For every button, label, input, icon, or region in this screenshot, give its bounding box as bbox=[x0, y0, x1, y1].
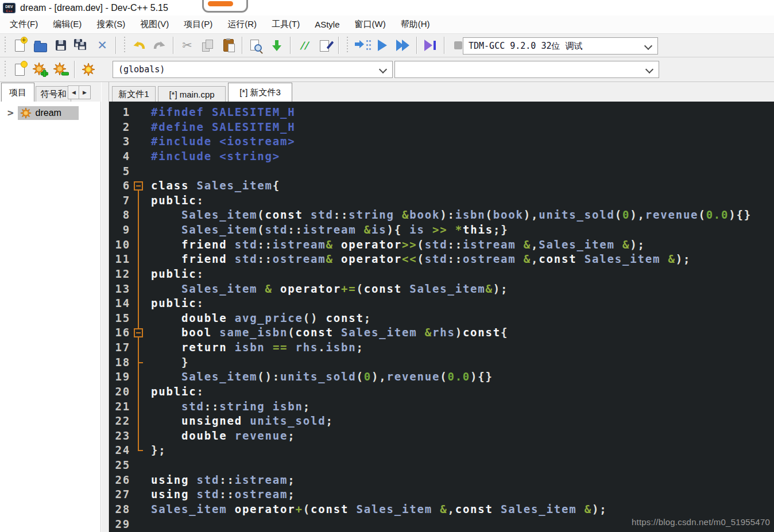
open-button[interactable] bbox=[30, 35, 51, 56]
code-line[interactable]: 28Sales_item operator+(const Sales_item … bbox=[110, 502, 774, 517]
expand-chevron-icon[interactable]: > bbox=[7, 109, 14, 118]
tree-item-dream[interactable]: > dream bbox=[7, 106, 100, 120]
sidebar-tab-0[interactable]: 项目 bbox=[1, 83, 34, 102]
code-line[interactable]: 4#include <string> bbox=[110, 149, 774, 164]
fold-toggle-icon[interactable] bbox=[133, 325, 144, 340]
menu-item-2[interactable]: 搜索(S) bbox=[89, 17, 133, 32]
toolbar-grip[interactable] bbox=[3, 61, 7, 78]
menu-item-6[interactable]: 工具(T) bbox=[264, 17, 307, 32]
code-line[interactable]: 8 Sales_item(const std::string &book):is… bbox=[110, 208, 774, 223]
menu-item-1[interactable]: 编辑(E) bbox=[45, 17, 89, 32]
add-to-project-button[interactable] bbox=[30, 59, 51, 80]
code-line[interactable]: 1#ifndef SALESITEM_H bbox=[110, 105, 774, 120]
tab-scroll-left-button[interactable]: ◀ bbox=[68, 86, 80, 99]
code-line[interactable]: 3#include <iostream> bbox=[110, 134, 774, 149]
menu-item-3[interactable]: 视图(V) bbox=[133, 17, 176, 32]
code-line[interactable]: 23 double revenue; bbox=[110, 429, 774, 444]
line-number: 18 bbox=[110, 355, 133, 370]
code-line[interactable]: 10 friend std::istream& operator>>(std::… bbox=[110, 238, 774, 253]
code-line[interactable]: 16 bool same_isbn(const Sales_item &rhs)… bbox=[110, 325, 774, 340]
code-line[interactable]: 15 double avg_price() const; bbox=[110, 311, 774, 326]
compiler-profile-select[interactable]: TDM-GCC 9.2.0 32位 调试 bbox=[463, 37, 658, 55]
fold-gutter bbox=[133, 193, 144, 208]
undo-button[interactable] bbox=[129, 35, 149, 56]
code-line[interactable]: 5 bbox=[110, 164, 774, 179]
debug-play-icon bbox=[424, 40, 437, 51]
close-icon: ✕ bbox=[97, 40, 107, 52]
sidebar-tab-1[interactable]: 符号和 bbox=[36, 86, 71, 102]
code-line[interactable]: 6class Sales_item{ bbox=[110, 178, 774, 193]
code-line[interactable]: 27using std::ostream; bbox=[110, 487, 774, 502]
menu-item-5[interactable]: 运行(R) bbox=[220, 17, 264, 32]
run-button[interactable] bbox=[372, 35, 393, 56]
cut-button[interactable]: ✂ bbox=[177, 35, 198, 56]
compile-and-run-button[interactable] bbox=[393, 35, 413, 56]
member-scope-select[interactable] bbox=[394, 61, 659, 78]
format-button[interactable] bbox=[315, 35, 335, 56]
paste-button[interactable] bbox=[218, 35, 239, 56]
line-number: 11 bbox=[110, 252, 133, 267]
fold-gutter bbox=[133, 267, 144, 282]
edit-page-icon bbox=[319, 40, 331, 51]
editor-tab-1[interactable]: [*] main.cpp bbox=[158, 86, 226, 102]
editor-tab-2[interactable]: [*] 新文件3 bbox=[228, 83, 292, 102]
code-line[interactable]: 14public: bbox=[110, 296, 774, 311]
code-text: return isbn == rhs.isbn; bbox=[144, 340, 364, 355]
close-file-button[interactable]: ✕ bbox=[92, 35, 113, 56]
save-button[interactable] bbox=[51, 35, 71, 56]
code-line[interactable]: 21 std::string isbn; bbox=[110, 399, 774, 414]
code-line[interactable]: 12public: bbox=[110, 267, 774, 282]
code-line[interactable]: 13 Sales_item & operator+=(const Sales_i… bbox=[110, 282, 774, 297]
compile-button[interactable] bbox=[351, 35, 372, 56]
menu-item-8[interactable]: 窗口(W) bbox=[347, 17, 393, 32]
class-browser-scope-select[interactable]: (globals) bbox=[113, 61, 393, 78]
code-line[interactable]: 2#define SALESITEM_H bbox=[110, 120, 774, 135]
code-line[interactable]: 11 friend std::ostream& operator<<(std::… bbox=[110, 252, 774, 267]
code-text: }; bbox=[144, 443, 166, 458]
tree-item-selection[interactable]: dream bbox=[18, 106, 79, 120]
code-line[interactable]: 18 } bbox=[110, 355, 774, 370]
code-line[interactable]: 7public: bbox=[110, 193, 774, 208]
project-gear-icon bbox=[81, 63, 96, 76]
copy-button[interactable] bbox=[198, 35, 218, 56]
code-line[interactable]: 9 Sales_item(std::istream &is){ is >> *t… bbox=[110, 223, 774, 238]
editor-tab-0[interactable]: 新文件1 bbox=[112, 86, 156, 102]
comment-button[interactable]: // bbox=[294, 35, 315, 56]
code-line[interactable]: 25 bbox=[110, 458, 774, 473]
remove-from-project-button[interactable] bbox=[51, 59, 71, 80]
line-number: 9 bbox=[110, 223, 133, 238]
code-line[interactable]: 17 return isbn == rhs.isbn; bbox=[110, 340, 774, 355]
code-editor[interactable]: 1#ifndef SALESITEM_H2#define SALESITEM_H… bbox=[109, 102, 774, 532]
replace-button[interactable] bbox=[266, 35, 287, 56]
code-line[interactable]: 20public: bbox=[110, 385, 774, 399]
code-line[interactable]: 22 unsigned units_sold; bbox=[110, 414, 774, 429]
code-line[interactable]: 24}; bbox=[110, 443, 774, 458]
menu-item-7[interactable]: AStyle bbox=[307, 17, 347, 32]
pane-splitter[interactable] bbox=[101, 82, 109, 532]
menu-item-0[interactable]: 文件(F) bbox=[2, 17, 45, 32]
new-file-icon: + bbox=[15, 40, 25, 52]
toolbar-grip[interactable] bbox=[3, 37, 7, 54]
toolbar-grip[interactable] bbox=[122, 37, 127, 54]
find-button[interactable] bbox=[246, 35, 266, 56]
new-file-button[interactable]: + bbox=[9, 35, 30, 56]
debug-run-button[interactable] bbox=[420, 35, 441, 56]
line-number: 25 bbox=[110, 458, 133, 473]
menu-item-4[interactable]: 项目(P) bbox=[176, 17, 220, 32]
save-all-button[interactable] bbox=[71, 35, 92, 56]
tab-scroll-right-button[interactable]: ▶ bbox=[79, 86, 91, 99]
fold-toggle-icon[interactable] bbox=[133, 178, 144, 193]
new-unit-button[interactable] bbox=[9, 59, 30, 80]
code-line[interactable]: 19 Sales_item():units_sold(0),revenue(0.… bbox=[110, 370, 774, 385]
window-title: dream - [dream.dev] - Dev-C++ 5.15 bbox=[20, 3, 168, 13]
main-toolbar: + ✕ ✂ // TDM-GCC 9.2.0 32位 调试 bbox=[0, 33, 774, 57]
line-number: 29 bbox=[110, 517, 133, 532]
menu-item-9[interactable]: 帮助(H) bbox=[393, 17, 438, 32]
code-text: Sales_item operator+(const Sales_item &,… bbox=[144, 502, 607, 517]
redo-button[interactable] bbox=[149, 35, 170, 56]
code-line[interactable]: 26using std::istream; bbox=[110, 473, 774, 488]
toolbar-grip[interactable] bbox=[345, 37, 350, 54]
code-text: using std::ostream; bbox=[144, 487, 296, 502]
project-options-button[interactable] bbox=[78, 59, 99, 80]
code-text: Sales_item(const std::string &book):isbn… bbox=[144, 208, 752, 223]
